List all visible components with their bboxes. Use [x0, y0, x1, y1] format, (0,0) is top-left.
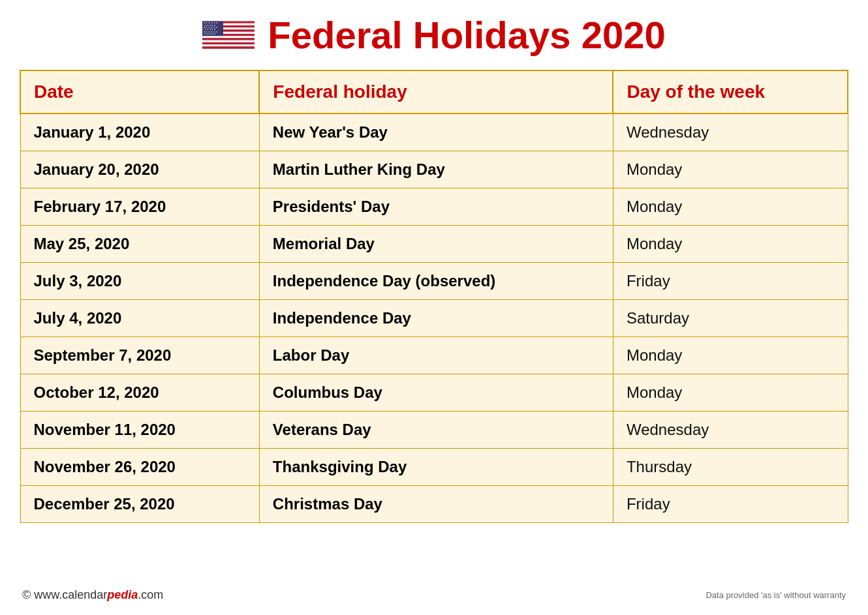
- table-row: October 12, 2020Columbus DayMonday: [20, 374, 848, 412]
- cell-holiday: Memorial Day: [259, 226, 613, 263]
- table-row: November 11, 2020Veterans DayWednesday: [20, 412, 848, 449]
- cell-date: July 3, 2020: [20, 263, 259, 300]
- table-row: September 7, 2020Labor DayMonday: [20, 337, 848, 374]
- cell-day: Saturday: [613, 300, 848, 337]
- svg-rect-12: [202, 46, 255, 48]
- cell-date: December 25, 2020: [20, 486, 259, 523]
- cell-day: Monday: [613, 151, 848, 188]
- cell-date: October 12, 2020: [20, 374, 259, 412]
- cell-date: January 1, 2020: [20, 113, 259, 151]
- table-row: December 25, 2020Christmas DayFriday: [20, 486, 848, 523]
- cell-holiday: Labor Day: [259, 337, 613, 374]
- svg-rect-10: [202, 42, 255, 44]
- cell-day: Monday: [613, 226, 848, 263]
- table-row: January 20, 2020Martin Luther King DayMo…: [20, 151, 848, 188]
- cell-date: November 11, 2020: [20, 412, 259, 449]
- cell-holiday: New Year's Day: [259, 113, 613, 151]
- cell-day: Monday: [613, 337, 848, 374]
- table-row: November 26, 2020Thanksgiving DayThursda…: [20, 449, 848, 486]
- cell-day: Thursday: [613, 449, 848, 486]
- footer-disclaimer: Data provided 'as is' without warranty: [705, 590, 846, 600]
- col-header-date: Date: [20, 70, 259, 113]
- cell-day: Friday: [613, 486, 848, 523]
- page-header: ★ ★ ★ ★ ★ ★ ★ ★ ★ ★ ★ ★ ★ ★ ★ ★ ★ ★ ★ ★ …: [20, 13, 848, 57]
- table-header-row: Date Federal holiday Day of the week: [20, 70, 848, 113]
- cell-holiday: Presidents' Day: [259, 188, 613, 226]
- cell-date: May 25, 2020: [20, 226, 259, 263]
- svg-text:★ ★ ★ ★ ★: ★ ★ ★ ★ ★: [204, 33, 216, 35]
- holidays-table-container: Date Federal holiday Day of the week Jan…: [20, 70, 848, 583]
- cell-day: Wednesday: [613, 412, 848, 449]
- cell-holiday: Independence Day (observed): [259, 263, 613, 300]
- col-header-day: Day of the week: [613, 70, 848, 113]
- cell-date: July 4, 2020: [20, 300, 259, 337]
- svg-rect-8: [202, 38, 255, 40]
- cell-date: February 17, 2020: [20, 188, 259, 226]
- table-row: February 17, 2020Presidents' DayMonday: [20, 188, 848, 226]
- cell-date: January 20, 2020: [20, 151, 259, 188]
- svg-rect-9: [202, 40, 255, 42]
- cell-day: Wednesday: [613, 113, 848, 151]
- footer-copyright: © www.calendarpedia.com: [22, 588, 163, 602]
- cell-holiday: Independence Day: [259, 300, 613, 337]
- table-row: July 3, 2020Independence Day (observed)F…: [20, 263, 848, 300]
- col-header-holiday: Federal holiday: [259, 70, 613, 113]
- cell-date: September 7, 2020: [20, 337, 259, 374]
- cell-day: Monday: [613, 374, 848, 412]
- page-title: Federal Holidays 2020: [268, 13, 665, 57]
- holidays-table: Date Federal holiday Day of the week Jan…: [20, 70, 848, 523]
- svg-rect-7: [202, 36, 255, 38]
- cell-holiday: Veterans Day: [259, 412, 613, 449]
- page-footer: © www.calendarpedia.com Data provided 'a…: [20, 588, 848, 602]
- svg-rect-11: [202, 44, 255, 46]
- cell-holiday: Martin Luther King Day: [259, 151, 613, 188]
- cell-day: Friday: [613, 263, 848, 300]
- cell-day: Monday: [613, 188, 848, 226]
- table-row: July 4, 2020Independence DaySaturday: [20, 300, 848, 337]
- us-flag-icon: ★ ★ ★ ★ ★ ★ ★ ★ ★ ★ ★ ★ ★ ★ ★ ★ ★ ★ ★ ★ …: [202, 17, 255, 53]
- cell-holiday: Christmas Day: [259, 486, 613, 523]
- cell-date: November 26, 2020: [20, 449, 259, 486]
- table-row: January 1, 2020New Year's DayWednesday: [20, 113, 848, 151]
- cell-holiday: Columbus Day: [259, 374, 613, 412]
- table-row: May 25, 2020Memorial DayMonday: [20, 226, 848, 263]
- cell-holiday: Thanksgiving Day: [259, 449, 613, 486]
